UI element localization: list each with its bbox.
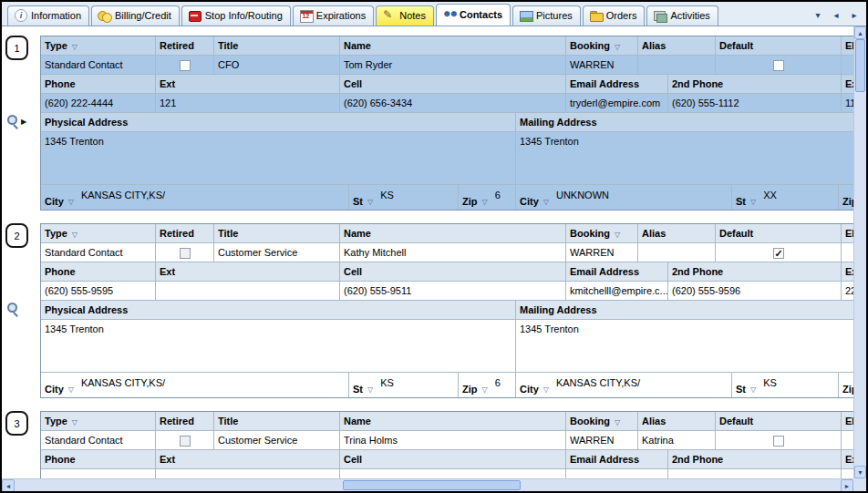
- filter-icon[interactable]: [67, 40, 78, 51]
- default-checkbox[interactable]: [773, 436, 784, 447]
- filter-icon[interactable]: [610, 228, 620, 239]
- tab-contacts[interactable]: Contacts: [436, 4, 511, 26]
- tab-scroll-right-icon[interactable]: [848, 8, 861, 21]
- ex-cell[interactable]: 11: [842, 94, 853, 112]
- phone-cell[interactable]: (620) 222-4444: [41, 94, 156, 112]
- phys-state-cell[interactable]: StKS: [349, 373, 459, 397]
- scroll-up-button[interactable]: [854, 26, 866, 39]
- name-cell[interactable]: Kathy Mitchell: [340, 243, 566, 262]
- default-checkbox[interactable]: [773, 248, 784, 259]
- scroll-right-button[interactable]: [841, 479, 853, 492]
- mail-zip-cell[interactable]: Zip: [839, 185, 853, 210]
- filter-icon[interactable]: [610, 416, 620, 426]
- tab-stop-info-routing[interactable]: Stop Info/Routing: [181, 5, 291, 26]
- alias-cell[interactable]: [638, 243, 716, 262]
- filter-icon[interactable]: [539, 383, 549, 395]
- physical-address-cell[interactable]: 1345 Trenton: [41, 132, 516, 184]
- default-cell[interactable]: [716, 243, 842, 262]
- tab-billing-credit[interactable]: Billing/Credit: [91, 5, 180, 26]
- mail-city-cell[interactable]: CityKANSAS CITY,KS/: [516, 373, 732, 397]
- retired-checkbox[interactable]: [180, 60, 191, 71]
- filter-icon[interactable]: [610, 40, 620, 51]
- record-number-badge[interactable]: 1: [5, 36, 28, 60]
- address-expand-control[interactable]: [6, 114, 26, 127]
- physical-address-cell[interactable]: 1345 Trenton: [41, 320, 516, 372]
- ed-cell[interactable]: [842, 243, 853, 262]
- filter-icon[interactable]: [746, 195, 756, 208]
- vertical-scroll-thumb[interactable]: [855, 39, 865, 92]
- type-cell[interactable]: Standard Contact: [41, 56, 156, 74]
- retired-cell[interactable]: [156, 243, 214, 262]
- type-cell[interactable]: Standard Contact: [41, 431, 156, 449]
- default-checkbox[interactable]: [773, 60, 784, 71]
- phone2-cell[interactable]: (620) 555-1112: [668, 94, 842, 112]
- filter-icon[interactable]: [67, 228, 78, 239]
- filter-icon[interactable]: [539, 195, 549, 208]
- horizontal-scroll-thumb[interactable]: [343, 480, 521, 490]
- mail-state-cell[interactable]: StXX: [732, 185, 839, 210]
- cell-phone-cell[interactable]: (620) 656-3434: [340, 94, 566, 112]
- type-cell[interactable]: Standard Contact: [41, 243, 156, 262]
- alias-cell[interactable]: Katrina: [638, 431, 716, 449]
- cell-phone-cell[interactable]: [340, 469, 566, 478]
- filter-icon[interactable]: [363, 383, 373, 395]
- booking-cell[interactable]: WARREN: [566, 56, 638, 74]
- filter-icon[interactable]: [363, 195, 373, 208]
- cell-phone-cell[interactable]: (620) 555-9511: [340, 282, 566, 300]
- vertical-scrollbar[interactable]: [853, 26, 866, 478]
- phys-zip-cell[interactable]: Zip6: [459, 185, 516, 210]
- phys-city-cell[interactable]: CityKANSAS CITY,KS/: [41, 185, 349, 210]
- tab-orders[interactable]: Orders: [583, 5, 646, 26]
- mailing-address-cell[interactable]: 1345 Trenton: [516, 132, 853, 184]
- retired-cell[interactable]: [156, 56, 214, 74]
- phys-state-cell[interactable]: StKS: [349, 185, 459, 210]
- phys-zip-cell[interactable]: Zip6: [459, 373, 516, 397]
- tab-notes[interactable]: Notes: [376, 5, 434, 26]
- ext-cell[interactable]: [156, 282, 340, 300]
- ed-cell[interactable]: [842, 431, 853, 449]
- email-cell[interactable]: [566, 469, 668, 478]
- phone2-cell[interactable]: (620) 555-9596: [668, 282, 842, 300]
- record-number-badge[interactable]: 2: [5, 223, 28, 248]
- tab-information[interactable]: Information: [7, 5, 89, 26]
- alias-cell[interactable]: [638, 56, 716, 74]
- mail-city-cell[interactable]: CityUNKNOWN: [516, 185, 732, 210]
- title-cell[interactable]: Customer Service: [214, 431, 340, 449]
- filter-icon[interactable]: [64, 383, 74, 395]
- phone-cell[interactable]: (620) 555-9595: [41, 282, 156, 300]
- email-cell[interactable]: kmitchelll@empire.c...: [566, 282, 668, 300]
- filter-icon[interactable]: [478, 383, 488, 395]
- mail-zip-cell[interactable]: Zip: [839, 373, 853, 397]
- tab-list-dropdown-icon[interactable]: [811, 8, 824, 21]
- ex-cell[interactable]: [842, 469, 853, 478]
- horizontal-scrollbar[interactable]: [2, 478, 853, 491]
- name-cell[interactable]: Tom Ryder: [340, 56, 566, 74]
- default-cell[interactable]: [716, 56, 842, 74]
- name-cell[interactable]: Trina Holms: [340, 431, 566, 449]
- record-number-badge[interactable]: 3: [5, 411, 28, 436]
- booking-cell[interactable]: WARREN: [566, 431, 638, 449]
- ext-cell[interactable]: 121: [156, 94, 340, 112]
- phone-cell[interactable]: [41, 469, 156, 478]
- booking-cell[interactable]: WARREN: [566, 243, 638, 262]
- filter-icon[interactable]: [478, 195, 488, 208]
- tab-pictures[interactable]: Pictures: [512, 5, 581, 26]
- retired-checkbox[interactable]: [180, 436, 191, 447]
- mail-state-cell[interactable]: StKS: [732, 373, 839, 397]
- tab-activities[interactable]: Activities: [646, 5, 718, 26]
- default-cell[interactable]: [716, 431, 842, 449]
- ed-cell[interactable]: [842, 56, 853, 74]
- phone2-cell[interactable]: [668, 469, 842, 478]
- title-cell[interactable]: Customer Service: [214, 243, 340, 262]
- retired-checkbox[interactable]: [180, 248, 191, 259]
- phys-city-cell[interactable]: CityKANSAS CITY,KS/: [41, 373, 349, 397]
- tab-scroll-left-icon[interactable]: [830, 8, 842, 21]
- ex-cell[interactable]: 22: [842, 282, 853, 300]
- scroll-left-button[interactable]: [2, 479, 15, 492]
- scroll-down-button[interactable]: [854, 466, 866, 478]
- tab-expirations[interactable]: Expirations: [293, 5, 374, 26]
- mailing-address-cell[interactable]: 1345 Trenton: [516, 320, 853, 372]
- vertical-scroll-track[interactable]: [854, 39, 866, 466]
- filter-icon[interactable]: [67, 416, 78, 426]
- filter-icon[interactable]: [64, 195, 74, 208]
